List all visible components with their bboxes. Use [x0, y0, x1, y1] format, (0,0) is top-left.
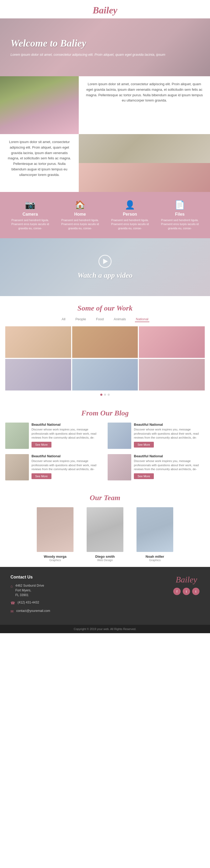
portfolio-tab-food[interactable]: Food: [95, 317, 105, 322]
two-col-right-text: Lorem ipsum dolor sit amet, consectetur …: [79, 76, 210, 134]
play-button[interactable]: [98, 255, 112, 268]
features-section: 📷 Camera Praesent sed hendrerit ligula. …: [0, 192, 210, 238]
blog-title: Beautiful National: [32, 423, 102, 427]
portfolio-item[interactable]: [72, 326, 138, 358]
portfolio-section: Some of our Work AllPeopleFoodAnimalsNat…: [0, 296, 210, 401]
team-name: Diego smith: [84, 555, 126, 559]
portfolio-item[interactable]: [5, 359, 71, 391]
blog-desc: Discover whose work inspires you, messag…: [134, 428, 205, 440]
two-col-left-text: Lorem ipsum dolor sit amet, consectetur …: [0, 134, 79, 192]
blog-grid: Beautiful National Discover whose work i…: [5, 423, 205, 480]
pink-wall-image: [79, 163, 210, 192]
footer-right: Bailey ftt: [173, 575, 200, 595]
blog-card: Beautiful National Discover whose work i…: [5, 454, 102, 480]
dot-2[interactable]: [104, 394, 106, 396]
see-more-button[interactable]: See More: [134, 473, 154, 479]
feature-item: 📷 Camera Praesent sed hendrerit ligula. …: [9, 200, 51, 230]
feature-icon: 👤: [109, 200, 151, 210]
hero-section: Welcome to Baliey Lorem ipsum dolor sit …: [0, 19, 210, 76]
footer-phone-row: ☎ (412) 431-4432: [10, 600, 50, 606]
blog-desc: Discover whose work inspires you, messag…: [32, 459, 102, 471]
blog-image: [5, 454, 29, 480]
social-icon-2[interactable]: t: [192, 588, 200, 595]
portfolio-tabs: AllPeopleFoodAnimalsNational: [5, 317, 205, 322]
play-triangle-icon: [103, 259, 108, 264]
blog-desc: Discover whose work inspires you, messag…: [32, 428, 102, 440]
dot-1[interactable]: [100, 394, 102, 396]
blog-desc: Discover whose work inspires you, messag…: [134, 459, 205, 471]
hero-description: Lorem ipsum dolor sit amet, consectetur …: [10, 52, 200, 57]
feature-title: Files: [159, 212, 201, 217]
footer-copyright: Copyright © 2019 your web. All Rights Re…: [0, 625, 210, 633]
blog-content: Beautiful National Discover whose work i…: [32, 423, 102, 449]
blog-card: Beautiful National Discover whose work i…: [108, 423, 205, 449]
feature-icon: 📷: [9, 200, 51, 210]
portfolio-item[interactable]: [139, 326, 205, 358]
portfolio-dots: [5, 394, 205, 396]
see-more-button[interactable]: See More: [134, 442, 154, 447]
site-title: Bailey: [0, 5, 210, 16]
feature-item: 📄 Files Praesent sed hendrerit ligula. P…: [159, 200, 201, 230]
team-grid: Woody morga Graphics Diego smith Web Des…: [5, 507, 205, 562]
blog-image: [108, 454, 131, 480]
blog-content: Beautiful National Discover whose work i…: [134, 454, 205, 480]
blog-heading: From Our Blog: [5, 409, 205, 417]
video-label: Watch a app video: [77, 271, 133, 280]
portfolio-tab-all[interactable]: All: [61, 317, 66, 322]
blog-content: Beautiful National Discover whose work i…: [134, 423, 205, 449]
footer-address-row: ⌂ 4462 Sunburst DriveFort Myers,FL 33901: [10, 583, 50, 597]
home-icon: ⌂: [10, 584, 12, 589]
blog-card: Beautiful National Discover whose work i…: [5, 423, 102, 449]
portfolio-tab-national[interactable]: National: [135, 317, 150, 322]
feature-item: 👤 Person Praesent sed hendrerit ligula. …: [109, 200, 151, 230]
social-icon-0[interactable]: f: [173, 588, 181, 595]
site-header: Bailey: [0, 0, 210, 19]
blog-image: [5, 423, 29, 449]
portfolio-item[interactable]: [5, 326, 71, 358]
video-section: Watch a app video: [0, 238, 210, 296]
feature-desc: Praesent sed hendrerit ligula. Praesent …: [9, 218, 51, 230]
team-name: Woody morga: [34, 555, 76, 559]
footer-address: 4462 Sunburst DriveFort Myers,FL 33901: [15, 583, 44, 597]
right-images: [79, 134, 210, 192]
two-col-rev-section: Lorem ipsum dolor sit amet, consectetur …: [0, 134, 210, 192]
team-member: Noah miller Graphics: [134, 507, 176, 562]
see-more-button[interactable]: See More: [32, 442, 51, 447]
portfolio-item[interactable]: [72, 359, 138, 391]
footer-email: contact@youremail.com: [16, 609, 50, 613]
portfolio-grid: [5, 326, 205, 391]
blog-title: Beautiful National: [32, 454, 102, 458]
footer-phone: (412) 431-4432: [18, 600, 39, 605]
feature-desc: Praesent sed hendrerit ligula. Praesent …: [159, 218, 201, 230]
avatar: [37, 507, 73, 552]
portfolio-tab-people[interactable]: People: [74, 317, 87, 322]
feature-item: 🏠 Home Praesent sed hendrerit ligula. Pr…: [59, 200, 101, 230]
avatar: [137, 507, 173, 552]
portfolio-tab-animals[interactable]: Animals: [113, 317, 127, 322]
team-member: Diego smith Web Design: [84, 507, 126, 562]
team-role: Graphics: [134, 559, 176, 562]
blog-section: From Our Blog Beautiful National Discove…: [0, 401, 210, 486]
feature-icon: 📄: [159, 200, 201, 210]
two-col-section: nvato Lorem ipsum dolor sit amet, consec…: [0, 76, 210, 134]
windows-image: [79, 134, 210, 163]
flowers-image: nvato: [0, 76, 79, 134]
see-more-button[interactable]: See More: [32, 473, 51, 479]
blog-title: Beautiful National: [134, 423, 205, 427]
dot-3[interactable]: [108, 394, 110, 396]
social-icon-1[interactable]: t: [183, 588, 190, 595]
phone-icon: ☎: [10, 600, 15, 606]
footer-logo: Bailey: [173, 575, 200, 585]
feature-title: Person: [109, 212, 151, 217]
team-role: Graphics: [34, 559, 76, 562]
feature-title: Home: [59, 212, 101, 217]
footer-email-row: ✉ contact@youremail.com: [10, 609, 50, 614]
avatar: [86, 507, 124, 552]
team-member: Woody morga Graphics: [34, 507, 76, 562]
footer-contact: Contact Us ⌂ 4462 Sunburst DriveFort Mye…: [10, 575, 50, 617]
portfolio-heading: Some of our Work: [5, 304, 205, 312]
feature-desc: Praesent sed hendrerit ligula. Praesent …: [59, 218, 101, 230]
blog-title: Beautiful National: [134, 454, 205, 458]
portfolio-item[interactable]: [139, 359, 205, 391]
feature-desc: Praesent sed hendrerit ligula. Praesent …: [109, 218, 151, 230]
